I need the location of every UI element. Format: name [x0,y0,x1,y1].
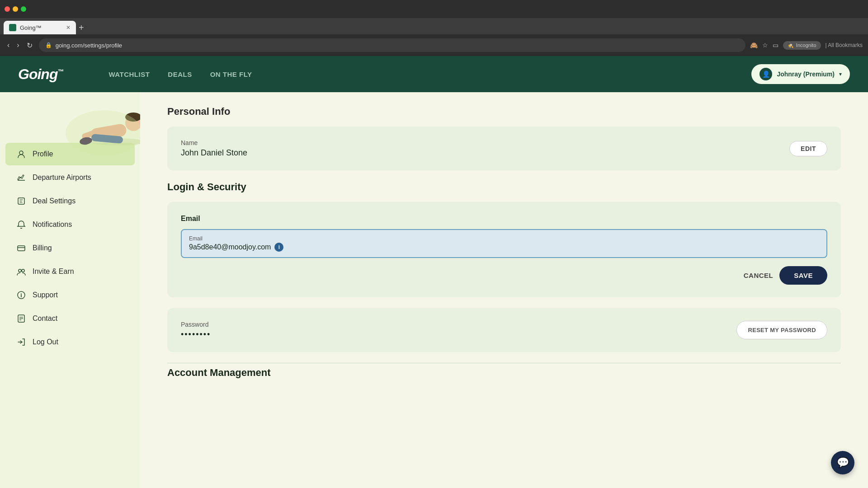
email-input-row: 9a5d8e40@moodjoy.com i [189,243,819,252]
name-card: Name John Daniel Stone EDIT [167,127,841,170]
maximize-window-button[interactable] [21,6,26,12]
billing-icon [16,243,26,253]
log-out-icon [16,337,26,347]
browser-action-buttons: 🙈 ☆ ▭ 🕵 Incognito | All Bookmarks [750,41,863,50]
svg-point-8 [19,151,23,155]
name-field: Name John Daniel Stone [181,139,247,158]
email-section: Email Email 9a5d8e40@moodjoy.com i CANCE… [181,215,827,285]
account-management-title: Account Management [167,367,841,379]
sidebar-item-deal-settings[interactable]: Deal Settings [5,190,135,212]
svg-rect-11 [18,246,25,251]
svg-point-14 [22,269,24,272]
minimize-window-button[interactable] [13,6,18,12]
profile-icon [16,149,26,159]
going-logo[interactable]: Going™ [18,66,63,83]
bookmark-icon[interactable]: ☆ [762,42,768,49]
forward-button[interactable]: › [15,39,21,51]
on-the-fly-nav-link[interactable]: ON THE FLY [210,70,252,78]
login-security-title: Login & Security [167,181,841,193]
sidebar-item-label: Contact [33,314,57,323]
email-info-icon: i [274,243,283,252]
cancel-button[interactable]: CANCEL [744,272,774,279]
email-input-label: Email [189,235,819,242]
save-button[interactable]: SAVE [779,266,827,285]
url-text: going.com/settings/profile [56,42,122,49]
incognito-label: Incognito [796,42,816,48]
email-value: 9a5d8e40@moodjoy.com [189,243,271,251]
password-row: Password •••••••• RESET MY PASSWORD [181,321,827,339]
eye-slash-icon: 🙈 [750,42,758,49]
sidebar-item-label: Support [33,291,58,299]
url-bar[interactable]: 🔒 going.com/settings/profile [39,38,745,52]
support-icon: i [16,290,26,300]
password-dots: •••••••• [181,330,211,339]
name-label: Name [181,139,247,146]
divider [167,363,841,363]
app-header: Going™ WATCHLIST DEALS ON THE FLY 👤 John… [0,56,868,92]
password-field: Password •••••••• [181,321,211,339]
chat-button[interactable]: 💬 [831,451,854,474]
content-area: Personal Info Name John Daniel Stone EDI… [140,92,868,488]
tab-close-button[interactable]: ✕ [66,24,71,31]
password-label: Password [181,321,211,328]
email-card: Email Email 9a5d8e40@moodjoy.com i CANCE… [167,202,841,297]
new-tab-button[interactable]: + [76,21,87,34]
close-window-button[interactable] [5,6,10,12]
main-nav: WATCHLIST DEALS ON THE FLY [108,70,252,78]
logo-tm: ™ [57,68,63,75]
sidebar-item-label: Departure Airports [33,174,91,182]
sidebar-item-contact[interactable]: Contact [5,307,135,330]
sidebar-item-label: Billing [33,244,52,252]
tab-title: Going™ [20,24,42,31]
tablet-icon: ▭ [773,42,778,49]
main-container: Profile Departure Airports [0,92,868,488]
browser-window-controls [0,0,868,18]
sidebar-item-invite-earn[interactable]: Invite & Earn [5,260,135,283]
tab-bar: Going™ ✕ + [0,18,868,34]
window-buttons [5,6,26,12]
svg-point-7 [66,110,140,155]
sidebar-item-billing[interactable]: Billing [5,237,135,259]
name-value: John Daniel Stone [181,148,247,158]
email-input-wrapper[interactable]: Email 9a5d8e40@moodjoy.com i [181,229,827,258]
logo-text: Going [18,66,57,82]
incognito-icon: 🕵 [788,42,794,48]
password-card: Password •••••••• RESET MY PASSWORD [167,308,841,352]
address-bar: ‹ › ↻ 🔒 going.com/settings/profile 🙈 ☆ ▭… [0,34,868,56]
invite-earn-icon [16,267,26,277]
email-action-row: CANCEL SAVE [181,266,827,285]
sidebar-item-log-out[interactable]: Log Out [5,331,135,353]
watchlist-nav-link[interactable]: WATCHLIST [108,70,150,78]
browser-nav-buttons: ‹ › ↻ [5,39,34,52]
personal-info-title: Personal Info [167,106,841,117]
deal-settings-icon [16,196,26,206]
user-menu[interactable]: 👤 Johnray (Premium) ▾ [751,64,850,84]
sidebar-item-notifications[interactable]: Notifications [5,213,135,236]
refresh-button[interactable]: ↻ [25,39,34,52]
lock-icon: 🔒 [45,42,52,48]
sidebar-item-support[interactable]: i Support [5,284,135,306]
sidebar: Profile Departure Airports [0,92,140,488]
sidebar-item-label: Deal Settings [33,197,75,205]
svg-text:i: i [20,292,22,299]
edit-name-button[interactable]: EDIT [789,141,827,156]
browser-tab[interactable]: Going™ ✕ [4,21,76,34]
name-field-row: Name John Daniel Stone EDIT [181,139,827,158]
avatar: 👤 [760,68,772,80]
bookmarks-label: | All Bookmarks [826,42,863,48]
tab-favicon [9,24,16,31]
reset-password-button[interactable]: RESET MY PASSWORD [736,321,827,339]
svg-point-13 [19,269,21,272]
sidebar-item-label: Notifications [33,221,72,229]
email-section-label: Email [181,215,827,223]
deals-nav-link[interactable]: DEALS [168,70,192,78]
chat-icon: 💬 [837,457,849,469]
sidebar-item-label: Invite & Earn [33,267,74,276]
sidebar-item-label: Log Out [33,338,58,346]
departure-airports-icon [16,173,26,183]
contact-icon [16,314,26,324]
incognito-badge: 🕵 Incognito [783,41,821,50]
back-button[interactable]: ‹ [5,39,11,51]
sidebar-item-departure-airports[interactable]: Departure Airports [5,166,135,189]
chevron-down-icon: ▾ [839,71,842,77]
